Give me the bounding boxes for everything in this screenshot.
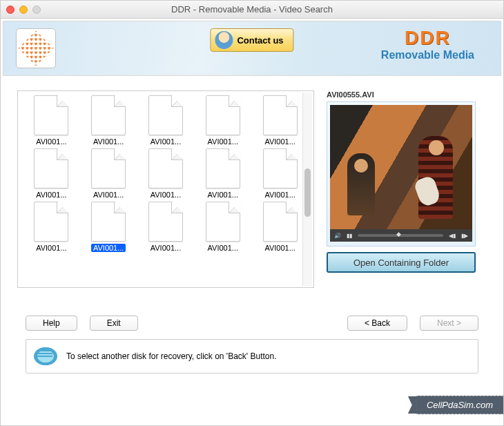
- contact-label: Contact us: [237, 35, 283, 46]
- file-label: AVI001...: [206, 137, 240, 146]
- exit-button[interactable]: Exit: [90, 316, 138, 331]
- next-button: Next >: [420, 316, 478, 331]
- file-item[interactable]: AVI001...: [81, 94, 137, 146]
- contact-us-button[interactable]: Contact us: [210, 28, 293, 52]
- video-player-controls: 🔊 ▮▮ ◀▮ ▮▶: [330, 229, 472, 242]
- file-item[interactable]: AVI001...: [81, 147, 137, 199]
- preview-frame: 🔊 ▮▮ ◀▮ ▮▶: [327, 101, 476, 246]
- file-label: AVI001...: [34, 137, 68, 146]
- file-item[interactable]: AVI001...: [195, 147, 251, 199]
- scrollbar[interactable]: [302, 93, 312, 286]
- bottom-button-row: Help Exit < Back Next >: [1, 288, 503, 336]
- next-icon[interactable]: ▮▶: [461, 233, 468, 239]
- file-item[interactable]: AVI001...: [252, 200, 308, 252]
- document-icon: [206, 148, 240, 188]
- hint-text: To select another disk for recovery, cli…: [66, 351, 277, 361]
- document-icon: [34, 95, 68, 135]
- scrollbar-thumb[interactable]: [304, 168, 311, 217]
- file-label: AVI001...: [148, 244, 183, 252]
- file-label: AVI001...: [91, 191, 126, 199]
- document-icon: [206, 95, 240, 135]
- file-item[interactable]: AVI001...: [252, 147, 308, 199]
- traffic-lights: [6, 6, 41, 14]
- document-icon: [263, 202, 298, 242]
- file-item[interactable]: AVI001...: [138, 94, 194, 146]
- video-preview-image: [330, 105, 472, 229]
- file-label: AVI001...: [148, 137, 183, 146]
- header-banner: Contact us DDR Removable Media: [3, 21, 501, 76]
- file-item[interactable]: AVI001...: [23, 94, 79, 146]
- app-logo: [16, 28, 56, 68]
- document-icon: [148, 202, 183, 242]
- file-item[interactable]: AVI001...: [81, 200, 137, 252]
- document-icon: [263, 95, 298, 135]
- prev-icon[interactable]: ◀▮: [449, 233, 456, 239]
- file-label: AVI001...: [91, 137, 126, 146]
- file-item[interactable]: AVI001...: [138, 200, 194, 252]
- pause-icon[interactable]: ▮▮: [347, 233, 352, 239]
- preview-pane: AVI00555.AVI 🔊 ▮▮ ◀▮ ▮▶ Open Containing …: [327, 90, 476, 288]
- document-icon: [91, 148, 126, 188]
- brand: DDR Removable Media: [381, 27, 474, 61]
- file-label: AVI001...: [262, 244, 297, 252]
- document-icon: [148, 148, 183, 188]
- brand-title: DDR: [381, 27, 474, 49]
- document-icon: [263, 148, 298, 188]
- document-icon: [148, 95, 183, 135]
- open-containing-folder-button[interactable]: Open Containing Folder: [327, 252, 476, 273]
- document-icon: [91, 95, 126, 135]
- volume-icon[interactable]: 🔊: [334, 233, 341, 239]
- help-button[interactable]: Help: [26, 316, 77, 331]
- progress-bar[interactable]: [358, 234, 443, 237]
- document-icon: [91, 202, 126, 242]
- file-label: AVI001...: [91, 244, 126, 252]
- info-icon: [33, 347, 58, 366]
- file-item[interactable]: AVI001...: [23, 200, 79, 252]
- window-titlebar: DDR - Removable Media - Video Search: [1, 1, 503, 19]
- file-label: AVI001...: [148, 191, 183, 199]
- watermark-text: CellPdaSim.com: [416, 396, 504, 414]
- person-icon: [215, 31, 233, 49]
- close-icon[interactable]: [6, 6, 14, 14]
- back-button[interactable]: < Back: [347, 316, 407, 331]
- document-icon: [206, 202, 240, 242]
- file-item[interactable]: AVI001...: [23, 147, 79, 199]
- file-item[interactable]: AVI001...: [195, 94, 251, 146]
- file-label: AVI001...: [262, 191, 297, 199]
- maximize-icon: [32, 6, 41, 14]
- document-icon: [34, 148, 68, 188]
- minimize-icon[interactable]: [19, 6, 28, 14]
- file-label: AVI001...: [34, 191, 68, 199]
- window-title: DDR - Removable Media - Video Search: [1, 4, 503, 14]
- watermark: CellPdaSim.com: [416, 396, 504, 414]
- brand-subtitle: Removable Media: [381, 49, 474, 61]
- file-label: AVI001...: [262, 137, 297, 146]
- file-item[interactable]: AVI001...: [195, 200, 251, 252]
- hint-box: To select another disk for recovery, cli…: [26, 339, 478, 374]
- document-icon: [34, 202, 68, 242]
- file-item[interactable]: AVI001...: [252, 94, 308, 146]
- preview-filename: AVI00555.AVI: [327, 90, 476, 99]
- file-label: AVI001...: [206, 191, 240, 199]
- file-label: AVI001...: [206, 244, 240, 252]
- file-list-pane: AVI001...AVI001...AVI001...AVI001...AVI0…: [17, 90, 314, 288]
- file-label: AVI001...: [34, 244, 68, 252]
- file-item[interactable]: AVI001...: [138, 147, 194, 199]
